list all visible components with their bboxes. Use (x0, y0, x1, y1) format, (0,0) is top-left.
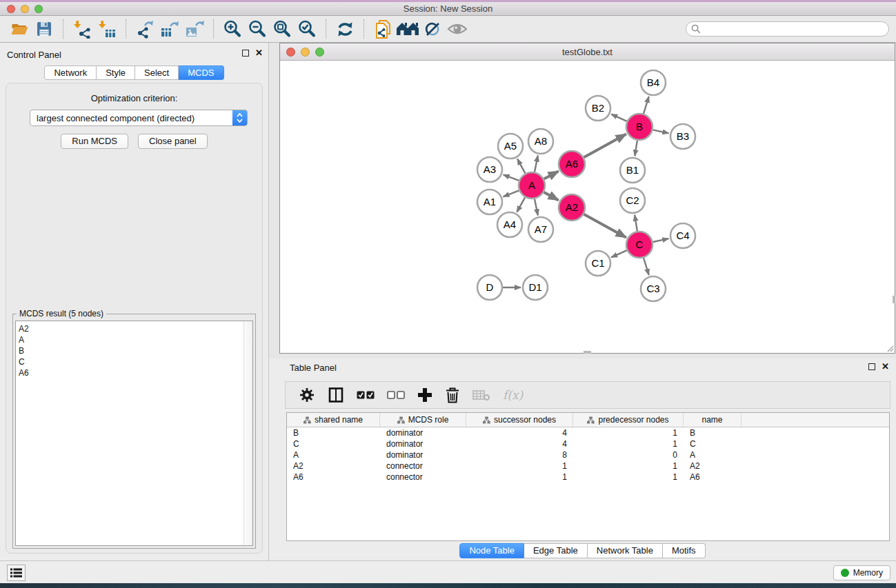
table-row[interactable]: Bdominator41B (287, 427, 889, 438)
tab-node-table[interactable]: Node Table (459, 543, 524, 558)
table-cell[interactable]: A2 (684, 461, 741, 471)
graph-edge[interactable] (644, 258, 649, 275)
close-panel-button[interactable]: Close panel (138, 134, 208, 149)
search-input[interactable] (704, 24, 884, 34)
float-panel-icon[interactable] (242, 50, 249, 57)
graph-node[interactable]: A5 (498, 134, 523, 159)
table-cell[interactable]: B (287, 428, 380, 438)
table-row[interactable]: A6connector11A6 (287, 472, 889, 483)
zoom-selected-button[interactable] (295, 18, 319, 40)
graph-node[interactable]: A3 (477, 157, 502, 182)
task-history-button[interactable] (7, 565, 26, 581)
table-cell[interactable]: A (684, 450, 741, 460)
graph-edge[interactable] (504, 174, 519, 181)
criterion-select[interactable]: largest connected component (directed) (30, 110, 248, 126)
table-cell[interactable]: 4 (466, 439, 573, 449)
graph-node[interactable]: B3 (670, 124, 695, 149)
graph-node[interactable]: B4 (641, 70, 666, 95)
hide-details-button[interactable] (420, 18, 445, 40)
tab-edge-table[interactable]: Edge Table (524, 543, 588, 558)
graph-node[interactable]: C4 (670, 223, 695, 248)
table-column-header[interactable]: successor nodes (466, 413, 573, 427)
list-scrollbar[interactable] (243, 321, 252, 545)
table-cell[interactable]: 1 (466, 472, 573, 482)
open-file-button[interactable] (7, 18, 32, 40)
mcds-result-item[interactable]: C (19, 356, 252, 367)
table-cell[interactable]: C (287, 439, 380, 449)
save-session-button[interactable] (32, 18, 57, 40)
table-cell[interactable]: dominator (380, 439, 466, 449)
table-row[interactable]: A2connector11A2 (287, 460, 889, 472)
close-panel-icon[interactable]: ✕ (255, 49, 263, 57)
table-cell[interactable]: 1 (573, 439, 684, 449)
export-network-button[interactable] (132, 18, 157, 40)
duplicate-network-button[interactable] (370, 18, 395, 40)
float-panel-icon[interactable] (868, 363, 875, 370)
run-mcds-button[interactable]: Run MCDS (61, 134, 128, 149)
table-cell[interactable]: A (287, 450, 380, 460)
table-cell[interactable]: C (684, 439, 741, 449)
zoom-out-button[interactable] (245, 18, 270, 40)
graph-node[interactable]: A4 (497, 212, 522, 237)
resize-grip-icon[interactable] (886, 344, 894, 352)
table-cell[interactable]: 1 (466, 461, 573, 471)
graph-edge[interactable] (584, 134, 626, 158)
graph-node[interactable]: B1 (620, 158, 645, 183)
tab-mcds[interactable]: MCDS (179, 65, 223, 80)
graph-edge[interactable] (611, 250, 627, 257)
graph-node[interactable]: C (626, 232, 653, 258)
table-cell[interactable]: A6 (287, 472, 380, 482)
mcds-result-list[interactable]: A2ABCA6 (15, 321, 253, 546)
search-field[interactable] (686, 21, 889, 37)
network-window-titlebar[interactable]: testGlobe.txt (280, 43, 895, 61)
table-cell[interactable]: connector (380, 461, 466, 471)
table-cell[interactable]: 1 (573, 428, 684, 438)
graph-node[interactable]: D (477, 275, 502, 300)
table-cell[interactable]: connector (380, 472, 466, 482)
graph-node[interactable]: B (626, 114, 653, 140)
table-row[interactable]: Cdominator41C (287, 438, 889, 449)
home-button[interactable] (395, 18, 420, 40)
table-cell[interactable]: A6 (684, 472, 741, 482)
table-cell[interactable]: 8 (466, 450, 573, 460)
mcds-result-item[interactable]: B (19, 345, 252, 356)
graph-edge[interactable] (535, 199, 538, 216)
tab-select[interactable]: Select (135, 65, 179, 80)
table-column-header[interactable]: name (684, 413, 741, 427)
table-cell[interactable]: 4 (466, 428, 573, 438)
graph-node[interactable]: A (519, 172, 545, 199)
export-table-button[interactable] (157, 18, 182, 40)
table-cell[interactable]: B (684, 428, 741, 438)
graph-edge[interactable] (635, 141, 637, 156)
graph-edge[interactable] (653, 239, 669, 242)
graph-node[interactable]: C2 (620, 188, 645, 213)
table-column-header[interactable]: shared name (287, 413, 380, 427)
graph-edge[interactable] (517, 197, 525, 212)
graph-node[interactable]: C1 (586, 251, 610, 276)
tab-network-table[interactable]: Network Table (588, 543, 663, 558)
graph-edge[interactable] (504, 190, 519, 196)
mcds-result-item[interactable]: A (19, 334, 252, 345)
graph-node[interactable]: A8 (528, 129, 553, 154)
table-row[interactable]: Adominator80A (287, 449, 889, 460)
tab-network[interactable]: Network (44, 65, 97, 80)
network-graph[interactable]: B4B2BB3A5A8A6A3B1AC2A1A2A4A7CC4C1C3DD1 (280, 61, 895, 353)
select-all-button[interactable] (350, 384, 381, 406)
graph-edge[interactable] (635, 215, 637, 232)
table-cell[interactable]: 0 (573, 450, 684, 460)
table-column-header[interactable]: predecessor nodes (573, 413, 684, 427)
graph-edge[interactable] (611, 114, 627, 121)
import-network-button[interactable] (70, 18, 94, 40)
graph-node[interactable]: B2 (586, 96, 610, 121)
graph-edge[interactable] (644, 97, 649, 114)
memory-button[interactable]: Memory (833, 565, 890, 580)
graph-edge[interactable] (653, 130, 669, 133)
mcds-result-item[interactable]: A2 (19, 323, 252, 334)
graph-node[interactable]: A7 (528, 217, 553, 242)
tab-style[interactable]: Style (97, 65, 135, 80)
table-cell[interactable]: dominator (380, 428, 466, 438)
refresh-button[interactable] (332, 18, 357, 40)
tab-motifs[interactable]: Motifs (663, 543, 706, 558)
graph-edge[interactable] (517, 159, 525, 173)
column-chooser-button[interactable] (321, 384, 350, 406)
